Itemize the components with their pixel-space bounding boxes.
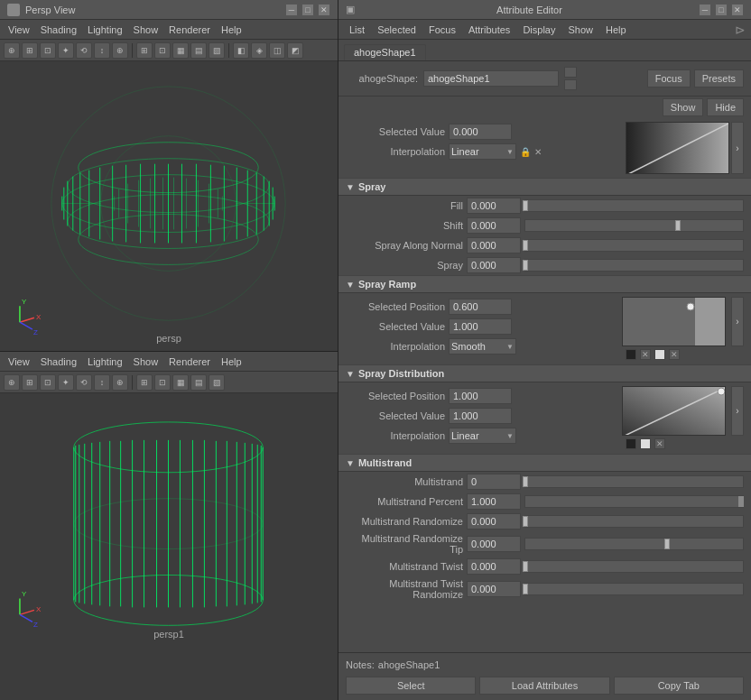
toolbar-btn-16[interactable]: ◩ bbox=[287, 42, 303, 59]
shape-input[interactable] bbox=[423, 70, 559, 87]
menu-attributes[interactable]: Attributes bbox=[463, 23, 515, 36]
attr-content[interactable]: ahogeShape: Focus Presets Show Hide Sele… bbox=[338, 61, 751, 652]
spray-slider[interactable] bbox=[524, 259, 744, 272]
toolbar-btn-12[interactable]: ▧ bbox=[209, 42, 225, 59]
focus-button[interactable]: Focus bbox=[647, 69, 691, 88]
attr-tab-main[interactable]: ahogeShape1 bbox=[344, 44, 426, 60]
fill-input[interactable] bbox=[467, 198, 521, 214]
toolbar-btn-13[interactable]: ◧ bbox=[233, 42, 249, 59]
copy-tab-button[interactable]: Copy Tab bbox=[614, 677, 744, 695]
ms-rand-tip-input[interactable] bbox=[467, 536, 521, 552]
toolbar-b-6[interactable]: ↕ bbox=[94, 374, 110, 391]
toolbar-btn-11[interactable]: ▤ bbox=[190, 42, 207, 59]
menu-selected[interactable]: Selected bbox=[372, 23, 422, 36]
spray-input[interactable] bbox=[467, 257, 521, 273]
menu-focus[interactable]: Focus bbox=[423, 23, 461, 36]
toolbar-b-4[interactable]: ✦ bbox=[58, 374, 74, 391]
ramp-swatch-white[interactable] bbox=[654, 349, 665, 360]
toolbar-b-5[interactable]: ⟲ bbox=[76, 374, 92, 391]
shift-input[interactable] bbox=[467, 217, 521, 234]
spray-dist-val-input[interactable] bbox=[449, 408, 512, 424]
toolbar-b-12[interactable]: ▧ bbox=[209, 374, 225, 391]
toolbar-btn-8[interactable]: ⊞ bbox=[136, 42, 153, 59]
ms-rand-tip-slider[interactable] bbox=[524, 538, 744, 550]
shape-icon-2[interactable] bbox=[564, 79, 577, 90]
toolbar-b-3[interactable]: ⊡ bbox=[40, 374, 56, 391]
show-button[interactable]: Show bbox=[663, 98, 704, 116]
fill-slider[interactable] bbox=[524, 199, 744, 212]
toolbar-b-2[interactable]: ⊞ bbox=[22, 374, 38, 391]
multistrand-section-header[interactable]: ▼ Multistrand bbox=[338, 454, 751, 472]
viewport-3d-bottom[interactable]: X Y Z persp1 bbox=[0, 393, 338, 647]
spray-ramp-pos-input[interactable] bbox=[449, 299, 512, 315]
select-button[interactable]: Select bbox=[346, 677, 476, 695]
menu-lighting-b[interactable]: Lighting bbox=[83, 355, 127, 368]
toolbar-btn-14[interactable]: ◈ bbox=[251, 42, 267, 59]
spray-ramp-display[interactable] bbox=[622, 297, 726, 346]
attr-maximize[interactable]: □ bbox=[715, 4, 728, 16]
ms-randomize-input[interactable] bbox=[467, 513, 521, 530]
toolbar-btn-15[interactable]: ◫ bbox=[269, 42, 285, 59]
spray-dist-pos-input[interactable] bbox=[449, 388, 512, 404]
ramp-clear-left[interactable]: ✕ bbox=[640, 349, 651, 360]
ms-twist-input[interactable] bbox=[467, 558, 521, 575]
close-btn[interactable]: ✕ bbox=[318, 4, 330, 16]
ramp1-val-input[interactable] bbox=[449, 124, 512, 140]
menu-view[interactable]: View bbox=[4, 23, 34, 36]
spray-dist-display[interactable] bbox=[622, 386, 726, 436]
shape-icon-1[interactable] bbox=[564, 67, 577, 78]
toolbar-btn-10[interactable]: ▦ bbox=[172, 42, 189, 59]
menu-renderer[interactable]: Renderer bbox=[164, 23, 215, 36]
menu-view-b[interactable]: View bbox=[4, 355, 34, 368]
attr-minimize[interactable]: ─ bbox=[699, 4, 711, 16]
menu-help-b[interactable]: Help bbox=[217, 355, 246, 368]
shift-slider[interactable] bbox=[524, 219, 744, 232]
hide-button[interactable]: Hide bbox=[707, 98, 744, 116]
menu-help-attr[interactable]: Help bbox=[600, 23, 632, 36]
toolbar-btn-3[interactable]: ⊡ bbox=[40, 42, 56, 59]
spray-dist-interp-select[interactable]: Linear Smooth Spline Step bbox=[449, 428, 516, 444]
toolbar-b-10[interactable]: ▦ bbox=[172, 374, 189, 391]
spray-ramp-nav-btn[interactable]: › bbox=[731, 297, 744, 346]
spray-ramp-section-header[interactable]: ▼ Spray Ramp bbox=[338, 275, 751, 293]
toolbar-btn-6[interactable]: ↕ bbox=[94, 42, 110, 59]
spray-section-header[interactable]: ▼ Spray bbox=[338, 178, 751, 196]
ms-randomize-slider[interactable] bbox=[524, 515, 744, 528]
minimize-btn[interactable]: ─ bbox=[285, 4, 298, 16]
toolbar-b-8[interactable]: ⊞ bbox=[136, 374, 153, 391]
spray-normal-slider[interactable] bbox=[524, 239, 744, 252]
multistrand-slider[interactable] bbox=[524, 475, 744, 488]
dist-swatch-white[interactable] bbox=[640, 438, 651, 449]
toolbar-btn-5[interactable]: ⟲ bbox=[76, 42, 92, 59]
ms-percent-input[interactable] bbox=[467, 493, 521, 510]
ramp1-display[interactable] bbox=[626, 122, 729, 174]
spray-dist-section-header[interactable]: ▼ Spray Distribution bbox=[338, 364, 751, 382]
attr-pin[interactable]: ⊳ bbox=[735, 23, 746, 37]
ms-percent-slider[interactable] bbox=[524, 495, 744, 508]
viewport-3d-top[interactable]: /* drawn below */ bbox=[0, 61, 338, 351]
toolbar-btn-9[interactable]: ⊡ bbox=[154, 42, 171, 59]
dist-swatch-dark[interactable] bbox=[626, 438, 636, 449]
toolbar-b-9[interactable]: ⊡ bbox=[154, 374, 171, 391]
presets-button[interactable]: Presets bbox=[694, 69, 744, 88]
toolbar-b-1[interactable]: ⊕ bbox=[4, 374, 20, 391]
menu-shading-b[interactable]: Shading bbox=[36, 355, 81, 368]
attr-close[interactable]: ✕ bbox=[731, 4, 744, 16]
menu-shading[interactable]: Shading bbox=[36, 23, 81, 36]
load-attributes-button[interactable]: Load Attributes bbox=[479, 677, 609, 695]
menu-show-b[interactable]: Show bbox=[129, 355, 163, 368]
clear-icon-1[interactable]: ✕ bbox=[534, 147, 542, 157]
ms-twist-slider[interactable] bbox=[524, 560, 744, 573]
toolbar-btn-2[interactable]: ⊞ bbox=[22, 42, 38, 59]
menu-lighting[interactable]: Lighting bbox=[83, 23, 127, 36]
menu-renderer-b[interactable]: Renderer bbox=[164, 355, 215, 368]
toolbar-btn-1[interactable]: ⊕ bbox=[4, 42, 20, 59]
toolbar-btn-7[interactable]: ⊕ bbox=[112, 42, 128, 59]
toolbar-b-7[interactable]: ⊕ bbox=[112, 374, 128, 391]
menu-help[interactable]: Help bbox=[217, 23, 246, 36]
spray-ramp-interp-select[interactable]: Smooth Linear Spline Step bbox=[449, 338, 516, 355]
spray-normal-input[interactable] bbox=[467, 237, 521, 253]
ramp1-nav-btn[interactable]: › bbox=[731, 122, 744, 174]
ramp-swatch-dark[interactable] bbox=[626, 349, 636, 360]
menu-show[interactable]: Show bbox=[562, 23, 598, 36]
